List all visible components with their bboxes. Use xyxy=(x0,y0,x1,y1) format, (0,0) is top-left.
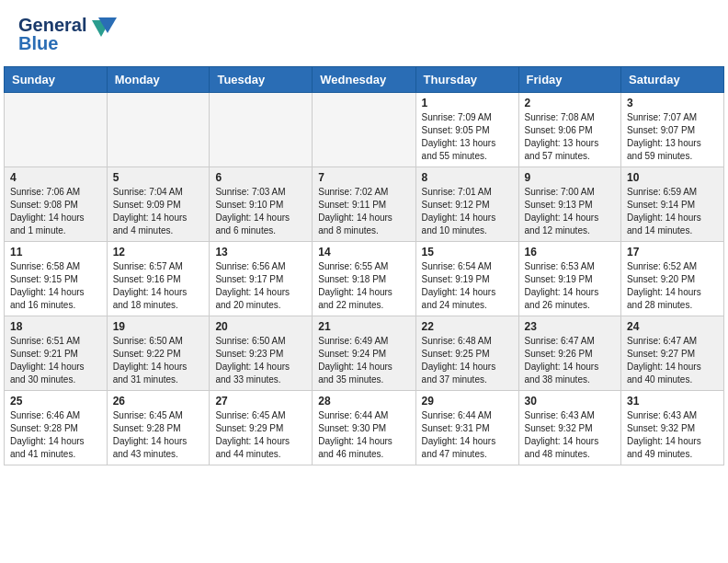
day-info: Sunrise: 7:01 AM Sunset: 9:12 PM Dayligh… xyxy=(422,186,513,237)
day-number: 10 xyxy=(627,171,718,184)
calendar-cell: 4Sunrise: 7:06 AM Sunset: 9:08 PM Daylig… xyxy=(5,167,108,242)
calendar-week-row: 11Sunrise: 6:58 AM Sunset: 9:15 PM Dayli… xyxy=(5,242,724,316)
day-number: 31 xyxy=(627,395,718,408)
weekday-header-tuesday: Tuesday xyxy=(210,67,313,93)
day-number: 9 xyxy=(525,171,615,184)
day-number: 23 xyxy=(525,320,615,333)
calendar-cell: 10Sunrise: 6:59 AM Sunset: 9:14 PM Dayli… xyxy=(621,167,724,242)
day-info: Sunrise: 7:09 AM Sunset: 9:05 PM Dayligh… xyxy=(422,111,513,163)
calendar-cell: 19Sunrise: 6:50 AM Sunset: 9:22 PM Dayli… xyxy=(107,316,210,391)
day-number: 18 xyxy=(10,320,101,333)
day-number: 2 xyxy=(525,97,615,109)
day-info: Sunrise: 6:47 AM Sunset: 9:26 PM Dayligh… xyxy=(525,335,615,386)
day-number: 22 xyxy=(422,320,513,333)
day-info: Sunrise: 6:57 AM Sunset: 9:16 PM Dayligh… xyxy=(113,260,204,312)
day-number: 6 xyxy=(215,171,306,184)
calendar-cell: 7Sunrise: 7:02 AM Sunset: 9:11 PM Daylig… xyxy=(313,167,415,242)
day-number: 24 xyxy=(627,320,718,333)
day-number: 27 xyxy=(215,395,306,408)
calendar-cell: 28Sunrise: 6:44 AM Sunset: 9:30 PM Dayli… xyxy=(313,391,415,465)
page-header: General Blue xyxy=(0,0,728,66)
weekday-header-thursday: Thursday xyxy=(415,67,518,93)
day-info: Sunrise: 6:44 AM Sunset: 9:30 PM Dayligh… xyxy=(318,409,409,461)
day-info: Sunrise: 7:02 AM Sunset: 9:11 PM Dayligh… xyxy=(318,186,409,237)
day-number: 21 xyxy=(318,320,409,333)
day-info: Sunrise: 6:58 AM Sunset: 9:15 PM Dayligh… xyxy=(10,260,101,312)
calendar-cell: 22Sunrise: 6:48 AM Sunset: 9:25 PM Dayli… xyxy=(415,316,518,391)
day-info: Sunrise: 7:08 AM Sunset: 9:06 PM Dayligh… xyxy=(525,111,615,163)
calendar-cell: 24Sunrise: 6:47 AM Sunset: 9:27 PM Dayli… xyxy=(621,316,724,391)
calendar-cell: 8Sunrise: 7:01 AM Sunset: 9:12 PM Daylig… xyxy=(415,167,518,242)
day-number: 26 xyxy=(113,395,204,408)
day-info: Sunrise: 6:55 AM Sunset: 9:18 PM Dayligh… xyxy=(318,260,409,312)
calendar-week-row: 4Sunrise: 7:06 AM Sunset: 9:08 PM Daylig… xyxy=(5,167,724,242)
calendar-cell xyxy=(313,93,415,167)
calendar-week-row: 18Sunrise: 6:51 AM Sunset: 9:21 PM Dayli… xyxy=(5,316,724,391)
calendar-cell: 25Sunrise: 6:46 AM Sunset: 9:28 PM Dayli… xyxy=(5,391,108,465)
calendar-week-row: 1Sunrise: 7:09 AM Sunset: 9:05 PM Daylig… xyxy=(5,93,724,167)
day-number: 28 xyxy=(318,395,409,408)
day-info: Sunrise: 6:56 AM Sunset: 9:17 PM Dayligh… xyxy=(215,260,306,312)
day-number: 20 xyxy=(215,320,306,333)
calendar-cell: 17Sunrise: 6:52 AM Sunset: 9:20 PM Dayli… xyxy=(621,242,724,316)
day-info: Sunrise: 6:43 AM Sunset: 9:32 PM Dayligh… xyxy=(627,409,718,461)
calendar-cell: 23Sunrise: 6:47 AM Sunset: 9:26 PM Dayli… xyxy=(518,316,620,391)
logo: General Blue xyxy=(18,11,119,59)
calendar-cell: 16Sunrise: 6:53 AM Sunset: 9:19 PM Dayli… xyxy=(518,242,620,316)
day-number: 11 xyxy=(10,246,101,259)
day-info: Sunrise: 6:49 AM Sunset: 9:24 PM Dayligh… xyxy=(318,335,409,386)
day-number: 14 xyxy=(318,246,409,259)
day-number: 19 xyxy=(113,320,204,333)
calendar-cell: 21Sunrise: 6:49 AM Sunset: 9:24 PM Dayli… xyxy=(313,316,415,391)
day-info: Sunrise: 6:44 AM Sunset: 9:31 PM Dayligh… xyxy=(422,409,513,461)
day-number: 12 xyxy=(113,246,204,259)
day-info: Sunrise: 6:50 AM Sunset: 9:23 PM Dayligh… xyxy=(215,335,306,386)
day-info: Sunrise: 6:43 AM Sunset: 9:32 PM Dayligh… xyxy=(525,409,615,461)
day-number: 7 xyxy=(318,171,409,184)
day-info: Sunrise: 7:04 AM Sunset: 9:09 PM Dayligh… xyxy=(113,186,204,237)
day-info: Sunrise: 6:54 AM Sunset: 9:19 PM Dayligh… xyxy=(422,260,513,312)
day-number: 4 xyxy=(10,171,101,184)
calendar-cell: 14Sunrise: 6:55 AM Sunset: 9:18 PM Dayli… xyxy=(313,242,415,316)
day-number: 30 xyxy=(525,395,615,408)
calendar-cell: 31Sunrise: 6:43 AM Sunset: 9:32 PM Dayli… xyxy=(621,391,724,465)
calendar-cell xyxy=(5,93,108,167)
calendar-cell: 12Sunrise: 6:57 AM Sunset: 9:16 PM Dayli… xyxy=(107,242,210,316)
day-info: Sunrise: 7:00 AM Sunset: 9:13 PM Dayligh… xyxy=(525,186,615,237)
day-number: 15 xyxy=(422,246,513,259)
calendar-cell: 27Sunrise: 6:45 AM Sunset: 9:29 PM Dayli… xyxy=(210,391,313,465)
day-info: Sunrise: 6:50 AM Sunset: 9:22 PM Dayligh… xyxy=(113,335,204,386)
day-number: 5 xyxy=(113,171,204,184)
day-info: Sunrise: 6:48 AM Sunset: 9:25 PM Dayligh… xyxy=(422,335,513,386)
calendar-cell xyxy=(107,93,210,167)
day-number: 25 xyxy=(10,395,101,408)
calendar-cell: 9Sunrise: 7:00 AM Sunset: 9:13 PM Daylig… xyxy=(518,167,620,242)
weekday-header-row: SundayMondayTuesdayWednesdayThursdayFrid… xyxy=(5,67,724,93)
calendar-table: SundayMondayTuesdayWednesdayThursdayFrid… xyxy=(4,66,724,465)
day-info: Sunrise: 6:46 AM Sunset: 9:28 PM Dayligh… xyxy=(10,409,101,461)
day-info: Sunrise: 7:06 AM Sunset: 9:08 PM Dayligh… xyxy=(10,186,101,237)
calendar-cell xyxy=(210,93,313,167)
calendar-cell: 5Sunrise: 7:04 AM Sunset: 9:09 PM Daylig… xyxy=(107,167,210,242)
day-info: Sunrise: 6:59 AM Sunset: 9:14 PM Dayligh… xyxy=(627,186,718,237)
calendar-cell: 1Sunrise: 7:09 AM Sunset: 9:05 PM Daylig… xyxy=(415,93,518,167)
day-info: Sunrise: 6:47 AM Sunset: 9:27 PM Dayligh… xyxy=(627,335,718,386)
svg-text:General: General xyxy=(18,15,86,35)
day-info: Sunrise: 6:51 AM Sunset: 9:21 PM Dayligh… xyxy=(10,335,101,386)
calendar-cell: 18Sunrise: 6:51 AM Sunset: 9:21 PM Dayli… xyxy=(5,316,108,391)
day-info: Sunrise: 6:53 AM Sunset: 9:19 PM Dayligh… xyxy=(525,260,615,312)
weekday-header-friday: Friday xyxy=(518,67,620,93)
day-number: 8 xyxy=(422,171,513,184)
logo-text: General Blue xyxy=(18,11,119,59)
calendar-cell: 26Sunrise: 6:45 AM Sunset: 9:28 PM Dayli… xyxy=(107,391,210,465)
weekday-header-wednesday: Wednesday xyxy=(313,67,415,93)
calendar-cell: 11Sunrise: 6:58 AM Sunset: 9:15 PM Dayli… xyxy=(5,242,108,316)
calendar-cell: 3Sunrise: 7:07 AM Sunset: 9:07 PM Daylig… xyxy=(621,93,724,167)
weekday-header-saturday: Saturday xyxy=(621,67,724,93)
weekday-header-sunday: Sunday xyxy=(5,67,108,93)
day-number: 13 xyxy=(215,246,306,259)
calendar-cell: 13Sunrise: 6:56 AM Sunset: 9:17 PM Dayli… xyxy=(210,242,313,316)
calendar-cell: 15Sunrise: 6:54 AM Sunset: 9:19 PM Dayli… xyxy=(415,242,518,316)
page-container: General Blue SundayMondayTuesdayWednesda… xyxy=(0,0,728,465)
calendar-cell: 6Sunrise: 7:03 AM Sunset: 9:10 PM Daylig… xyxy=(210,167,313,242)
